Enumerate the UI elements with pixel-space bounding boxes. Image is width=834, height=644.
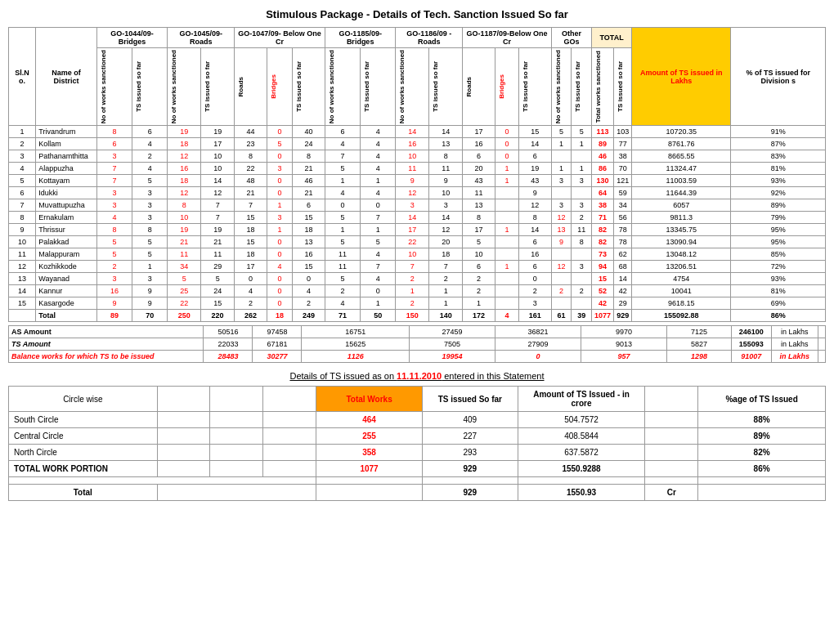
col-go1185: GO-1185/09- Bridges [325, 28, 396, 48]
sum-col-amount: Amount of TS Issued - in crore [518, 387, 645, 412]
balance-row: Balance works for which TS to be issued … [9, 351, 826, 363]
col-slno: Sl.N o. [9, 28, 36, 126]
as-go1044: 50516 [204, 326, 253, 338]
col-pct: % of TS issued for Division s [731, 28, 826, 126]
col-go1185-ts: TS issued so far [361, 48, 396, 126]
as-amount-label: AS Amount [9, 326, 204, 338]
col-go1186-ts: TS issued so far [429, 48, 463, 126]
ts-amount-row: TS Amount 22033 67181 15625 7505 27909 9… [9, 338, 826, 351]
summary-row: Central Circle255227408.584489% [9, 428, 826, 445]
grand-total-row: Total 929 1550.93 Cr [9, 485, 826, 501]
col-other: Other GOs [551, 28, 591, 48]
table-row: 9Thrissur8819191811811171217114131182781… [9, 224, 826, 236]
col-go1187-bridges: Bridges [495, 48, 518, 126]
ts-go1185: 7505 [409, 338, 495, 351]
col-amount-ts: Amount of TS issued in Lakhs [632, 28, 731, 126]
col-total: TOTAL [592, 28, 632, 48]
col-go1186: GO-1186/09 -Roads [396, 28, 463, 48]
table-row: 3Pathanamthitta3212108087410860646388665… [9, 150, 826, 163]
balance-go1186: 0 [495, 351, 581, 363]
grand-total-amount: 1550.93 [518, 485, 645, 501]
col-go1186-works: No of works sanctioned [396, 48, 429, 126]
as-go1186: 36821 [495, 326, 581, 338]
page-title: Stimulous Package - Details of Tech. San… [8, 8, 826, 20]
col-go1047-ts: TS issued so far [292, 48, 325, 126]
table-row: 8Ernakulam43107153155714148812271569811.… [9, 212, 826, 224]
col-go1187-ts: TS issued so far [518, 48, 551, 126]
circle-summary-table: Circle wise Total Works TS issued So far… [8, 386, 826, 501]
col-total-works: Total works sanctioned [592, 48, 614, 126]
sum-col-totalworks: Total Works [316, 387, 423, 412]
as-go1187: 9970 [581, 326, 667, 338]
table-row: 6Idukki33121221021441210119645911644.399… [9, 187, 826, 199]
col-go1045-ts: TS issued so far [201, 48, 235, 126]
table-row: 10Palakkad552121150135522205698827813090… [9, 236, 826, 248]
col-go1187: GO-1187/09-Below One Cr [463, 28, 552, 48]
ts-total: 155093 [731, 338, 771, 351]
totals-row: Total89702502202621824971501501401724161… [9, 310, 826, 322]
ts-go1045: 67181 [253, 338, 302, 351]
table-row: 5Kottayam7518144804611994314333130121110… [9, 175, 826, 187]
summary-row: South Circle464409504.757288% [9, 412, 826, 428]
table-row: 11Malappuram5511111801611410181016736213… [9, 248, 826, 261]
balance-go1044: 28483 [204, 351, 253, 363]
col-go1047-bridges: Bridges [267, 48, 293, 126]
ts-go1044: 22033 [204, 338, 253, 351]
summary-amounts-table: AS Amount 50516 97458 16751 27459 36821 … [8, 325, 826, 363]
col-other-works: No of works sanctioned [551, 48, 572, 126]
ts-unit: in Lakhs [771, 338, 818, 351]
balance-go1187: 957 [581, 351, 667, 363]
table-row: 2Kollam64181723524441613160141189778761.… [9, 138, 826, 150]
col-go1187-roads: Roads [463, 48, 495, 126]
as-go1047: 16751 [302, 326, 409, 338]
ts-other: 5827 [667, 338, 732, 351]
as-total: 246100 [731, 326, 771, 338]
col-district: Name of District [36, 28, 97, 126]
col-total-ts: TS issued so far [614, 48, 632, 126]
col-go1045: GO-1045/09- Roads [168, 28, 235, 48]
balance-other: 1298 [667, 351, 732, 363]
col-go1047-roads: Roads [235, 48, 267, 126]
ts-go1186: 27909 [495, 338, 581, 351]
ts-go1187: 9013 [581, 338, 667, 351]
sum-col-tsissued: TS issued So far [422, 387, 518, 412]
as-go1045: 97458 [253, 326, 302, 338]
col-go1044-works: No of works sanctioned [96, 48, 132, 126]
table-row: 4Alappuzha741610223215411112011911867011… [9, 163, 826, 175]
table-row: 1Trivandrum86191944040641414170155511310… [9, 126, 826, 138]
balance-label: Balance works for which TS to be issued [9, 351, 204, 363]
ts-amount-label: TS Amount [9, 338, 204, 351]
balance-go1047: 1126 [302, 351, 409, 363]
summary-row: TOTAL WORK PORTION10779291550.928886% [9, 461, 826, 477]
grand-total-label: Total [9, 485, 158, 501]
as-unit: in Lakhs [771, 326, 818, 338]
balance-go1045: 30277 [253, 351, 302, 363]
details-title: Details of TS issued as on 11.11.2010 en… [8, 371, 826, 381]
as-other: 7125 [667, 326, 732, 338]
col-go1185-works: No of works sanctioned [325, 48, 360, 126]
table-row: 12Kozhikkode2134291741511777616123946813… [9, 261, 826, 273]
main-table: Sl.N o. Name of District GO-1044/09- Bri… [8, 27, 826, 322]
grand-total-cr: Cr [645, 485, 698, 501]
table-row: 7Muvattupuzha338771600331312333834605789… [9, 199, 826, 212]
balance-unit: in Lakhs [771, 351, 818, 363]
summary-row: North Circle358293637.587282% [9, 445, 826, 461]
as-amount-row: AS Amount 50516 97458 16751 27459 36821 … [9, 326, 826, 338]
balance-go1185: 19954 [409, 351, 495, 363]
table-row: 15Kasargode99221520241211342299618.1569% [9, 297, 826, 310]
grand-total-ts: 929 [422, 485, 518, 501]
col-go1047: GO-1047/09- Below One Cr [235, 28, 325, 48]
table-row: 14Kannur16925244042011222252421004181% [9, 285, 826, 297]
as-go1185: 27459 [409, 326, 495, 338]
col-go1044: GO-1044/09- Bridges [96, 28, 168, 48]
sum-col-circle: Circle wise [9, 387, 158, 412]
sum-col-pct: %age of TS Issued [698, 387, 826, 412]
ts-go1047: 15625 [302, 338, 409, 351]
col-other-ts: TS issued so far [572, 48, 592, 126]
col-go1044-ts: TS issued so far [132, 48, 168, 126]
balance-total: 91007 [731, 351, 771, 363]
table-row: 13Wayanad33550005422201514475493% [9, 273, 826, 285]
col-go1045-works: No of works sanctioned [168, 48, 201, 126]
